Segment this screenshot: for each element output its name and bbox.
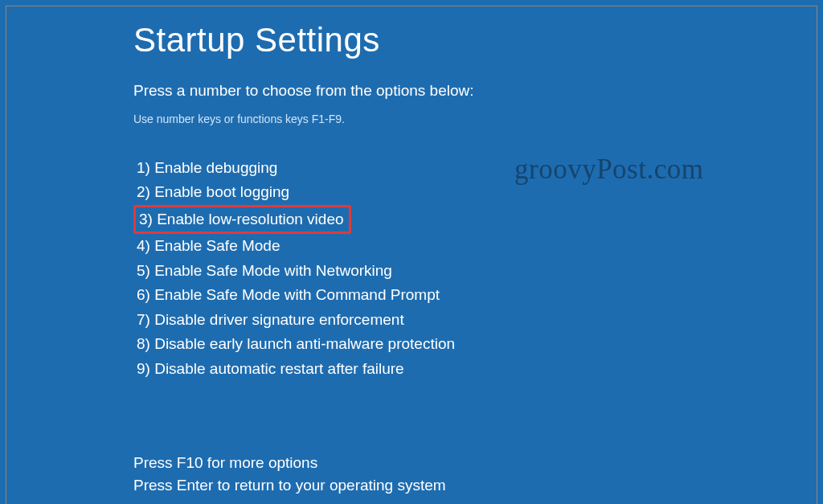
option-5-safe-mode-networking[interactable]: 5) Enable Safe Mode with Networking bbox=[133, 259, 397, 283]
option-8-disable-anti-malware[interactable]: 8) Disable early launch anti-malware pro… bbox=[133, 332, 460, 356]
footer-return: Press Enter to return to your operating … bbox=[133, 474, 817, 498]
footer-more-options: Press F10 for more options bbox=[133, 452, 817, 475]
options-list: 1) Enable debugging 2) Enable boot loggi… bbox=[133, 156, 817, 381]
option-6-safe-mode-command-prompt[interactable]: 6) Enable Safe Mode with Command Prompt bbox=[133, 283, 444, 307]
page-title: Startup Settings bbox=[133, 21, 817, 59]
option-7-disable-driver-signature[interactable]: 7) Disable driver signature enforcement bbox=[133, 308, 409, 332]
option-9-disable-auto-restart[interactable]: 9) Disable automatic restart after failu… bbox=[133, 357, 409, 381]
footer-instructions: Press F10 for more options Press Enter t… bbox=[133, 452, 817, 498]
option-4-safe-mode[interactable]: 4) Enable Safe Mode bbox=[133, 234, 285, 258]
main-content: Startup Settings Press a number to choos… bbox=[6, 6, 817, 498]
option-2-boot-logging[interactable]: 2) Enable boot logging bbox=[133, 180, 294, 204]
watermark-text: groovyPost.com bbox=[514, 154, 703, 186]
instruction-subtitle: Press a number to choose from the option… bbox=[133, 82, 817, 100]
option-3-low-resolution-video[interactable]: 3) Enable low-resolution video bbox=[133, 205, 351, 234]
option-1-debugging[interactable]: 1) Enable debugging bbox=[133, 156, 282, 180]
window-border: Startup Settings Press a number to choos… bbox=[6, 6, 817, 504]
key-hint: Use number keys or functions keys F1-F9. bbox=[133, 113, 817, 125]
